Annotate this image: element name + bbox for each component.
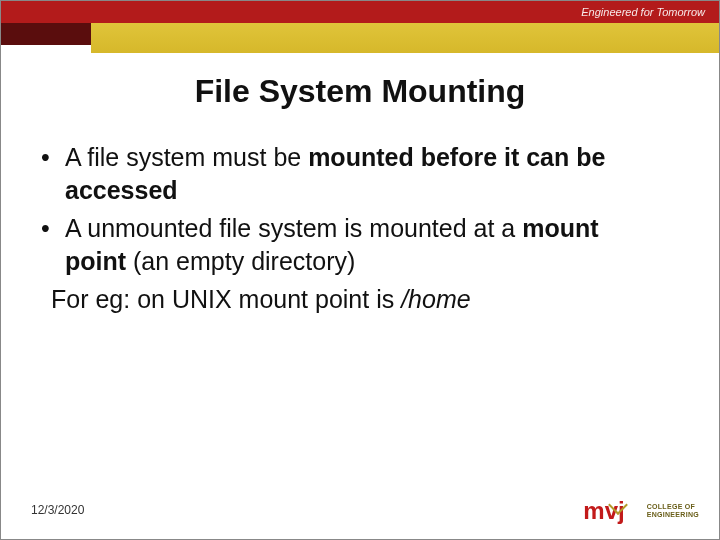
slide-content: A file system must be mounted before it … [39, 141, 659, 316]
logo-line2: ENGINEERING [647, 511, 699, 519]
band-notch [1, 45, 91, 53]
header-tagline: Engineered for Tomorrow [581, 6, 705, 18]
logo-line1: COLLEGE OF [647, 503, 699, 511]
bullet-1-pre: A file system must be [65, 143, 308, 171]
bullet-1: A file system must be mounted before it … [39, 141, 659, 206]
example-italic: /home [401, 285, 470, 313]
footer-date: 12/3/2020 [31, 503, 84, 517]
header-band [1, 23, 719, 53]
slide-title: File System Mounting [1, 73, 719, 110]
header-stripe: Engineered for Tomorrow [1, 1, 719, 23]
slide: Engineered for Tomorrow File System Moun… [0, 0, 720, 540]
footer-logo: mvj COLLEGE OF ENGINEERING [583, 497, 699, 525]
bullet-2-post: (an empty directory) [126, 247, 355, 275]
example-line: For eg: on UNIX mount point is /home [39, 283, 659, 316]
band-right [91, 23, 719, 53]
bullet-2-pre: A unmounted file system is mounted at a [65, 214, 522, 242]
logo-text: COLLEGE OF ENGINEERING [647, 503, 699, 518]
bullet-2: A unmounted file system is mounted at a … [39, 212, 659, 277]
example-pre: For eg: on UNIX mount point is [51, 285, 401, 313]
